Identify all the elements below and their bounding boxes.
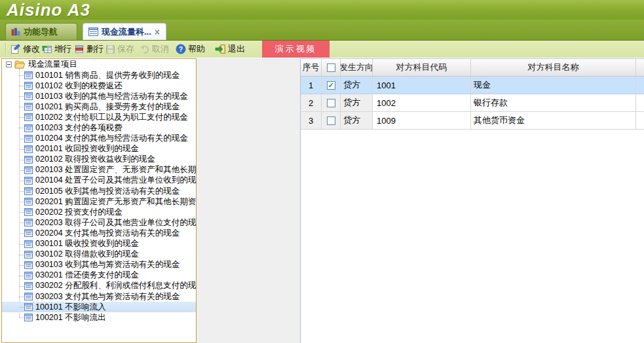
tree-item[interactable]: 010203 支付的各项税费 [2,122,196,133]
save-button[interactable]: 保存 [105,41,134,58]
button-label: 修改 [23,43,40,55]
row-code: 1002 [373,94,471,111]
help-button[interactable]: ? 帮助 [176,41,205,58]
close-icon[interactable]: × [154,27,161,37]
tree-item[interactable]: 010103 收到的其他与经营活动有关的现金 [2,91,196,101]
tree-item-label: 030102 取得借款收到的现金 [35,249,139,260]
tree-item[interactable]: 020105 收到其他与投资活动有关的现金 [2,186,196,196]
row-direction: 贷方 [341,94,373,111]
tree-item-label: 010102 收到的税费返还 [35,81,123,91]
exit-button[interactable]: 退出 [215,41,245,58]
cash-flow-tree-panel: 现金流量项目 010101 销售商品、提供劳务收到的现金 [1,58,197,343]
row-checkbox[interactable]: ✓ [327,99,335,107]
grid-header: 序号 发生方向 对方科目代码 对方科目名称 [301,59,644,77]
tree-item-label: 020201 购置固定资产无形资产和其他长期资产 [35,196,196,207]
document-icon [24,187,33,195]
document-icon [24,103,33,111]
header-code[interactable]: 对方科目代码 [373,59,471,76]
tree-item[interactable]: 030101 吸收投资收到的现金 [2,239,196,249]
tree-item[interactable]: 020101 收回投资收到的现金 [2,144,196,154]
tree-item[interactable]: 030103 收到其他与筹资活动有关的现金 [2,260,196,270]
tree-item[interactable]: 010201 购买商品、接受劳务支付的现金 [2,101,196,112]
tab-function-navigation[interactable]: 功能导航 [5,23,77,40]
tree-item-label: 020105 收到其他与投资活动有关的现金 [35,186,180,196]
tree-item-label: 100201 不影响流出 [35,312,106,323]
header-name[interactable]: 对方科目名称 [471,59,636,76]
collapse-minus-icon[interactable] [6,62,12,67]
svg-text:?: ? [179,46,183,53]
tree-item[interactable]: 100101 不影响流入 [2,302,196,312]
document-icon [24,71,33,79]
tree-item[interactable]: 010202 支付给职工以及为职工支付的现金 [2,112,196,122]
table-row[interactable]: 3 ✓ 贷方 1009 其他货币资金 [301,112,644,130]
add-row-button[interactable]: 增行 [42,41,71,58]
tree-item[interactable]: 020201 购置固定资产无形资产和其他长期资产 [2,196,196,207]
row-checkbox-cell[interactable]: ✓ [322,94,341,111]
cancel-button[interactable]: 取消 [140,41,169,58]
tree-item[interactable]: 020202 投资支付的现金 [2,207,196,217]
delete-row-button[interactable]: 删行 [74,41,104,58]
header-checkbox-cell[interactable] [322,59,341,76]
button-label: 保存 [117,43,134,55]
modify-button[interactable]: 修改 [10,41,40,58]
tree-item-label: 020204 支付其他与投资活动有关的现金 [35,228,180,238]
tab-cash-flow-subjects[interactable]: 现金流量科... × [83,23,166,40]
row-filler [636,112,644,129]
header-checkbox[interactable] [327,63,335,72]
tree-item[interactable]: 010102 收到的税费返还 [2,81,196,91]
tree-item-label: 020102 取得投资收益收到的现金 [35,154,155,165]
header-direction[interactable]: 发生方向 [341,59,373,76]
tree-item[interactable]: 030203 支付其他与筹资活动有关的现金 [2,291,196,302]
tree-item[interactable]: 020204 支付其他与投资活动有关的现金 [2,228,196,238]
tree-item[interactable]: 100201 不影响流出 [2,312,196,323]
row-name: 银行存款 [471,94,636,111]
table-row[interactable]: 1 ✓ 贷方 1001 现金 [301,77,644,94]
tab-label: 功能导航 [24,26,58,38]
tree-item[interactable]: 020104 处置子公司及其他营业单位收到的现金 [2,175,196,186]
tree-item[interactable]: 020102 取得投资收益收到的现金 [2,154,196,165]
table-row[interactable]: 2 ✓ 贷方 1002 银行存款 [301,94,644,112]
tree-root[interactable]: 现金流量项目 [2,59,196,70]
document-icon [24,240,33,248]
demo-video-button[interactable]: 演示视频 [262,41,330,58]
row-filler [636,94,644,111]
tree-item[interactable]: 020103 处置固定资产、无形资产和其他长期资 [2,165,196,175]
tree-item[interactable]: 010204 支付的其他与经营活动有关的现金 [2,134,196,144]
bar-chart-icon [11,27,20,36]
check-icon: ✓ [328,82,333,89]
document-icon [24,303,33,311]
document-icon [24,92,33,100]
document-icon [24,251,33,259]
row-checkbox-cell[interactable]: ✓ [322,112,341,129]
tree-item[interactable]: 010101 销售商品、提供劳务收到的现金 [2,70,196,81]
edit-icon [10,44,21,54]
content-area: 现金流量项目 010101 销售商品、提供劳务收到的现金 [0,58,644,343]
tree-item[interactable]: 030202 分配股利、利润或偿付利息支付的现金 [2,281,196,291]
document-icon [24,124,33,132]
header-filler [636,59,644,76]
row-direction: 贷方 [341,77,373,94]
row-direction: 贷方 [341,112,373,129]
row-seq: 1 [301,77,322,94]
cancel-icon [140,45,150,54]
document-icon [24,166,33,174]
tree-root-label: 现金流量项目 [28,59,77,70]
document-icon [24,293,33,300]
aisino-logo: Aisino A3 [7,0,90,20]
row-checkbox[interactable]: ✓ [327,81,335,90]
button-label: 删行 [86,43,104,55]
document-icon [24,135,33,143]
tree-item-label: 030103 收到其他与筹资活动有关的现金 [35,260,180,270]
tree-item[interactable]: 030102 取得借款收到的现金 [2,249,196,260]
tree-item[interactable]: 020203 取得子公司及其他营业单位支付的现金 [2,217,196,228]
tree-item-label: 010201 购买商品、接受劳务支付的现金 [35,101,180,112]
tree-item-label: 020103 处置固定资产、无形资产和其他长期资 [35,165,196,175]
document-icon [24,113,33,121]
tree-item[interactable]: 030201 偿还债务支付的现金 [2,270,196,281]
row-checkbox-cell[interactable]: ✓ [322,77,341,94]
row-checkbox[interactable]: ✓ [327,117,335,125]
middle-panel [197,58,300,343]
counterpart-subjects-panel: 序号 发生方向 对方科目代码 对方科目名称 1 [300,58,644,343]
tree-items: 010101 销售商品、提供劳务收到的现金 010102 收到的税费返还 [2,70,196,323]
header-seq[interactable]: 序号 [301,59,322,76]
